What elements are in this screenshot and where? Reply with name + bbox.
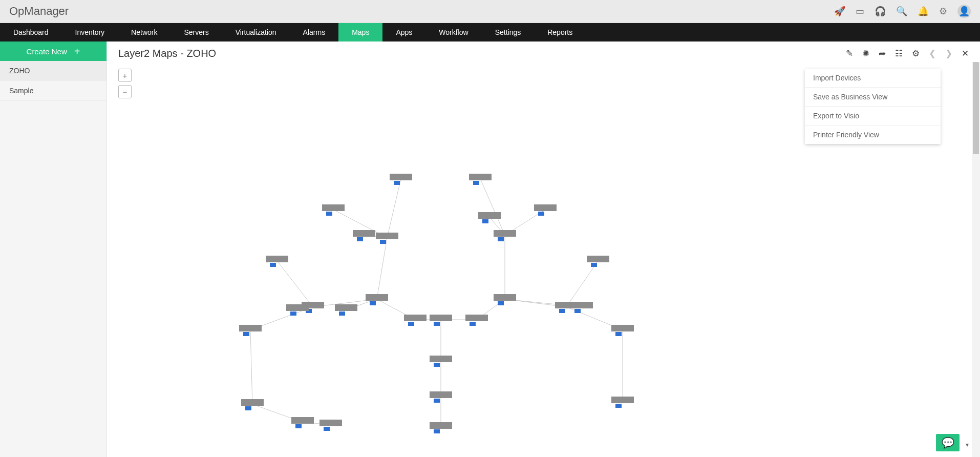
svg-line-19 [480,179,505,235]
node-label [534,204,557,211]
device-icon [394,181,400,185]
nav-dashboard[interactable]: Dashboard [0,23,62,41]
menu-item-printer-friendly-view[interactable]: Printer Friendly View [805,126,941,144]
node-label [286,304,309,311]
node-label [465,315,488,321]
device-node[interactable] [430,315,452,326]
device-icon [473,181,479,185]
nav-workflow[interactable]: Workflow [425,23,481,41]
device-node[interactable] [366,294,388,305]
node-label [376,233,398,239]
node-label [478,212,501,219]
close-icon[interactable]: ✕ [962,48,969,59]
device-icon [270,263,276,267]
node-label [319,420,342,426]
create-new-button[interactable]: Create New + [0,41,106,61]
device-node[interactable] [239,325,262,336]
device-icon [295,424,302,428]
device-icon [574,309,581,313]
device-node[interactable] [286,304,309,316]
svg-line-25 [250,330,252,404]
bell-icon[interactable]: 🔔 [918,6,929,17]
headset-icon[interactable]: 🎧 [875,6,886,17]
device-node[interactable] [266,256,288,267]
device-node[interactable] [430,356,452,367]
device-node[interactable] [587,256,609,267]
device-icon [615,332,622,336]
sidebar-item-zoho[interactable]: ZOHO [0,61,106,81]
node-label [353,230,375,237]
rocket-icon[interactable]: 🚀 [834,6,845,17]
device-node[interactable] [534,204,557,216]
menu-item-import-devices[interactable]: Import Devices [805,69,941,88]
next-icon[interactable]: ❯ [945,48,952,59]
nav-maps[interactable]: Maps [338,23,382,41]
node-label [570,302,593,308]
prev-icon[interactable]: ❮ [929,48,936,59]
node-label [494,294,516,301]
menu-item-save-as-business-view[interactable]: Save as Business View [805,88,941,107]
node-label [611,325,634,331]
node-label [587,256,609,262]
device-node[interactable] [319,420,342,431]
device-node[interactable] [494,294,516,305]
nav-inventory[interactable]: Inventory [62,23,118,41]
device-node[interactable] [241,399,264,410]
device-node[interactable] [390,174,412,185]
avatar[interactable]: 👤 [957,5,971,18]
menu-item-export-to-visio[interactable]: Export to Visio [805,107,941,126]
device-node[interactable] [494,230,516,241]
device-icon [559,309,565,313]
sidebar-item-sample[interactable]: Sample [0,81,106,101]
settings-icon[interactable]: ⚙ [912,48,920,59]
device-node[interactable] [335,304,357,316]
nav-apps[interactable]: Apps [382,23,425,41]
nav-settings[interactable]: Settings [482,23,535,41]
presentation-icon[interactable]: ▭ [856,6,864,17]
nav-network[interactable]: Network [118,23,171,41]
node-label [239,325,262,331]
sidebar: Create New + ZOHOSample [0,41,107,457]
device-node[interactable] [430,391,452,403]
node-label [241,399,264,406]
device-icon [326,212,332,216]
layout-icon[interactable]: ✺ [862,48,869,59]
device-node[interactable] [322,204,345,216]
navbar: DashboardInventoryNetworkServersVirtuali… [0,23,980,41]
gear-icon[interactable]: ⚙ [939,6,947,17]
device-icon [357,237,363,241]
zoom-in-button[interactable]: + [118,69,132,82]
nav-reports[interactable]: Reports [534,23,586,41]
device-node[interactable] [469,174,492,185]
device-node[interactable] [611,325,634,336]
svg-line-17 [387,179,401,238]
device-node[interactable] [478,212,501,223]
chat-button[interactable]: 💬 [936,434,960,451]
device-node[interactable] [404,315,427,326]
zoom-controls: + − [118,69,132,101]
device-node[interactable] [430,422,452,433]
device-node[interactable] [465,315,488,326]
chat-caret-icon[interactable]: ▾ [966,441,969,448]
node-label [322,204,345,211]
device-node[interactable] [611,397,634,408]
share-icon[interactable]: ➦ [879,48,886,59]
search-icon[interactable]: 🔍 [896,6,907,17]
device-icon [434,322,440,326]
edit-icon[interactable]: ✎ [846,48,853,59]
device-node[interactable] [570,302,593,313]
svg-line-22 [566,261,598,307]
nav-virtualization[interactable]: Virtualization [222,23,290,41]
device-node[interactable] [353,230,375,241]
device-icon [324,427,330,431]
zoom-out-button[interactable]: − [118,85,132,98]
device-icon [470,322,476,326]
device-icon [380,240,386,244]
node-label [469,174,492,180]
nav-alarms[interactable]: Alarms [290,23,339,41]
nav-servers[interactable]: Servers [171,23,222,41]
device-icon [370,301,376,305]
device-node[interactable] [291,417,314,428]
topology-icon[interactable]: ☷ [895,48,903,59]
device-node[interactable] [376,233,398,244]
